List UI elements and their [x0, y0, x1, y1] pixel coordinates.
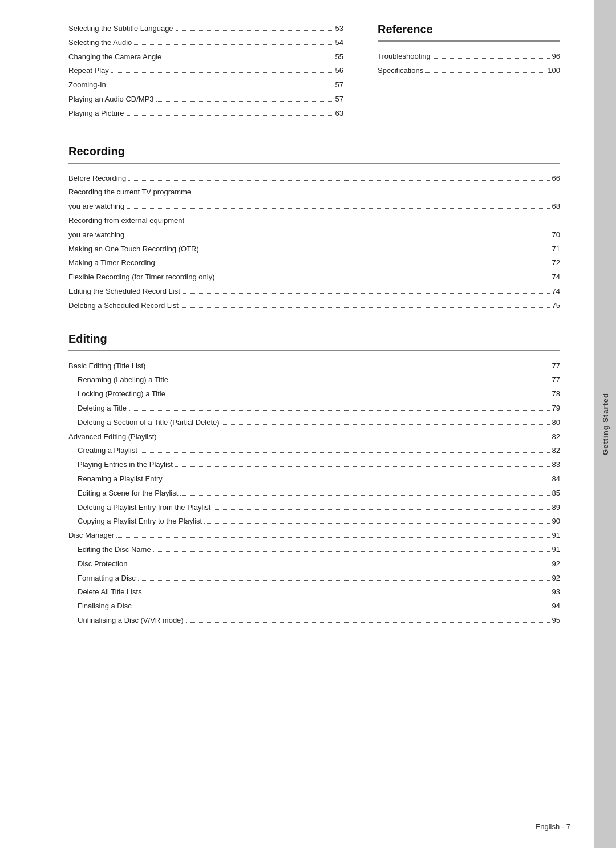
toc-entry: Before Recording 66 — [68, 173, 560, 185]
toc-page: 100 — [548, 65, 560, 77]
toc-page: 55 — [335, 51, 343, 63]
toc-page: 85 — [552, 488, 560, 500]
toc-label: Unfinalising a Disc (V/VR mode) — [68, 615, 184, 627]
toc-entry: Selecting the Audio 54 — [68, 37, 343, 49]
toc-dots — [127, 237, 549, 237]
toc-label: Playing an Audio CD/MP3 — [68, 94, 154, 106]
toc-page: 89 — [552, 502, 560, 514]
toc-page: 84 — [552, 473, 560, 485]
toc-entry: Making a Timer Recording 72 — [68, 257, 560, 269]
toc-entry: Playing Entries in the Playlist 83 — [68, 459, 560, 471]
toc-page: 90 — [552, 516, 560, 528]
toc-entry: Editing the Scheduled Record List 74 — [68, 286, 560, 298]
toc-page: 93 — [552, 586, 560, 598]
toc-page: 77 — [552, 374, 560, 386]
toc-page: 82 — [552, 431, 560, 443]
toc-dots — [222, 424, 550, 425]
toc-page: 74 — [552, 271, 560, 283]
toc-dots — [156, 101, 333, 102]
toc-label: Selecting the Subtitle Language — [68, 23, 173, 35]
toc-entry: Zooming-In 57 — [68, 79, 343, 91]
toc-label: Changing the Camera Angle — [68, 51, 161, 63]
toc-label: Renaming (Labeling) a Title — [68, 374, 168, 386]
toc-label: Recording the current TV programme — [68, 186, 191, 198]
toc-dots — [148, 368, 549, 368]
toc-entry: Playing a Picture 63 — [68, 108, 343, 120]
toc-page: 71 — [552, 244, 560, 255]
toc-label: Deleting a Playlist Entry from the Playl… — [68, 502, 210, 514]
toc-entry: Advanced Editing (Playlist) 82 — [68, 431, 560, 443]
editing-divider — [68, 350, 560, 351]
toc-label: Before Recording — [68, 173, 126, 185]
toc-label: Specifications — [378, 65, 423, 77]
toc-dots — [144, 594, 550, 594]
toc-entry: Formatting a Disc 92 — [68, 573, 560, 585]
toc-dots — [171, 382, 550, 382]
sidebar-tab: Getting Started — [594, 0, 616, 848]
toc-entry: Selecting the Subtitle Language 53 — [68, 23, 343, 35]
toc-entry: Changing the Camera Angle 55 — [68, 51, 343, 63]
toc-dots — [128, 180, 549, 181]
toc-page: 79 — [552, 403, 560, 415]
toc-label: Repeat Play — [68, 65, 109, 77]
toc-page: 75 — [552, 300, 560, 312]
toc-page: 80 — [552, 417, 560, 429]
toc-entry: Specifications 100 — [378, 65, 560, 77]
toc-page: 53 — [335, 23, 343, 35]
toc-dots — [129, 566, 549, 566]
toc-entry: Recording the current TV programme — [68, 186, 560, 198]
toc-page: 92 — [552, 573, 560, 585]
toc-entry: Deleting a Title 79 — [68, 403, 560, 415]
editing-title: Editing — [68, 332, 560, 346]
toc-dots — [138, 580, 550, 581]
toc-label: Basic Editing (Title List) — [68, 360, 145, 372]
toc-entry: Troubleshooting 96 — [378, 51, 560, 63]
toc-page: 66 — [552, 173, 560, 185]
toc-label: you are watching — [68, 229, 124, 241]
toc-label: Deleting a Title — [68, 403, 127, 415]
toc-entry: Creating a Playlist 82 — [68, 445, 560, 457]
toc-page: 96 — [552, 51, 560, 63]
toc-entry: Finalising a Disc 94 — [68, 601, 560, 612]
toc-dots — [175, 466, 550, 467]
toc-entry: Renaming a Playlist Entry 84 — [68, 473, 560, 485]
toc-label: Selecting the Audio — [68, 37, 132, 49]
toc-entry: Flexible Recording (for Timer recording … — [68, 271, 560, 283]
toc-label: Playing Entries in the Playlist — [68, 459, 173, 471]
toc-dots — [204, 523, 549, 524]
toc-label: Deleting a Section of a Title (Partial D… — [68, 417, 220, 429]
toc-label: Editing a Scene for the Playlist — [68, 488, 178, 500]
toc-entry: Locking (Protecting) a Title 78 — [68, 388, 560, 400]
toc-dots — [168, 396, 550, 396]
toc-page: 77 — [552, 360, 560, 372]
toc-entry: Editing the Disc Name 91 — [68, 544, 560, 556]
toc-entry: Editing a Scene for the Playlist 85 — [68, 488, 560, 500]
toc-entry: Recording from external equipment — [68, 215, 560, 227]
toc-page: 91 — [552, 530, 560, 542]
toc-dots — [180, 495, 549, 496]
toc-page: 68 — [552, 201, 560, 213]
toc-label: Formatting a Disc — [68, 573, 136, 585]
toc-label: Renaming a Playlist Entry — [68, 473, 163, 485]
footer-text: English - 7 — [536, 822, 570, 831]
toc-entry: you are watching 70 — [68, 229, 560, 241]
toc-page: 63 — [335, 108, 343, 120]
toc-entry: Making an One Touch Recording (OTR) 71 — [68, 244, 560, 255]
toc-dots — [164, 59, 333, 59]
toc-entry: Unfinalising a Disc (V/VR mode) 95 — [68, 615, 560, 627]
toc-entry: Deleting a Playlist Entry from the Playl… — [68, 502, 560, 514]
toc-dots — [181, 307, 550, 308]
toc-label: Delete All Title Lists — [68, 586, 142, 598]
toc-entry: Playing an Audio CD/MP3 57 — [68, 94, 343, 106]
reference-section: Reference Troubleshooting 96 Specificati… — [378, 23, 560, 122]
toc-page: 78 — [552, 388, 560, 400]
toc-label: Creating a Playlist — [68, 445, 137, 457]
toc-dots — [165, 481, 550, 481]
toc-dots — [201, 251, 550, 251]
toc-dots — [127, 115, 333, 116]
toc-dots — [134, 608, 550, 608]
toc-page: 57 — [335, 79, 343, 91]
toc-label: Flexible Recording (for Timer recording … — [68, 271, 214, 283]
toc-label: Editing the Disc Name — [68, 544, 151, 556]
toc-page: 70 — [552, 229, 560, 241]
